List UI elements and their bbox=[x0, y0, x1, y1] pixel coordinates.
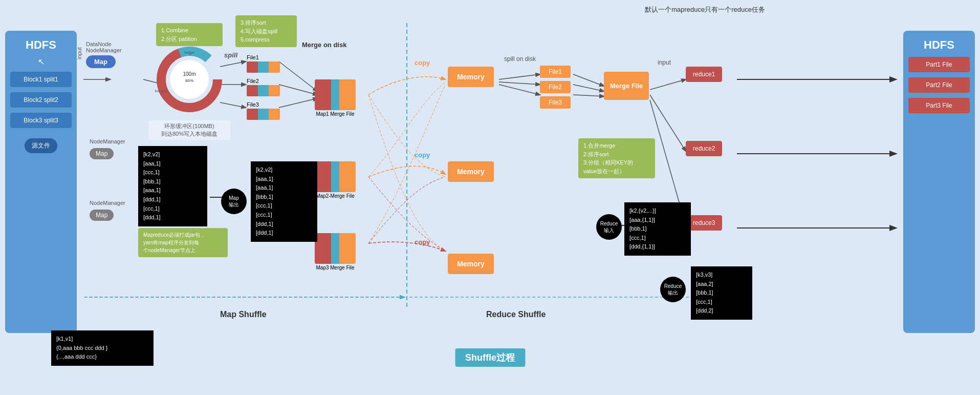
green-box-reduce: 1.合并merge 2.排序sort 3.分组（相同KEY的 value放在一起… bbox=[578, 138, 655, 178]
mapreduce-note: Mapreduce必须打成jar包， yarn将map程序分发到每 个nodeM… bbox=[138, 228, 228, 257]
reduce-shuffle-label: Reduce Shuffle bbox=[486, 310, 546, 319]
svg-line-10 bbox=[279, 85, 317, 95]
map1-button[interactable]: Map bbox=[86, 55, 116, 68]
memory-box3: Memory bbox=[448, 254, 494, 274]
map3-button[interactable]: Map bbox=[90, 210, 114, 221]
svg-text:live size: live size bbox=[155, 89, 168, 93]
map-shuffle-label: Map Shuffle bbox=[220, 310, 267, 319]
reduce2-button[interactable]: reduce2 bbox=[686, 141, 722, 156]
datanode3-label: NodeManager bbox=[90, 200, 125, 206]
copy-label2: copy bbox=[415, 151, 430, 159]
source-file-button[interactable]: 源文件 bbox=[25, 138, 57, 153]
svg-text:100m: 100m bbox=[183, 71, 195, 77]
right-file3: File3 bbox=[540, 96, 571, 109]
svg-line-14 bbox=[499, 85, 540, 95]
part3-file: Part3 File bbox=[908, 98, 970, 113]
map-output-badge: Map 输出 bbox=[221, 189, 247, 214]
input-label-right: input bbox=[658, 59, 671, 66]
reduce-output-badge: Reduce 输出 bbox=[660, 277, 686, 302]
merge-file-right: Merge File bbox=[604, 72, 649, 100]
cursor-icon: ↖ bbox=[38, 57, 45, 67]
top-note: 默认一个mapreduce只有一个reduce任务 bbox=[645, 5, 765, 14]
hdfs-left-panel: HDFS ↖ Block1 split1 Block2 split2 Block… bbox=[5, 31, 77, 333]
svg-line-13 bbox=[499, 82, 540, 85]
reduce-output-box: [k3,v3] [aaa,2] [bbb,1] [ccc,1] [ddd,2] bbox=[691, 266, 752, 320]
datanode1-area: DataNodeNodeManager Map input bbox=[86, 41, 122, 68]
ring-buffer-diagram: 100m 80% begin live size bbox=[151, 41, 228, 118]
svg-text:begin: begin bbox=[184, 50, 194, 55]
block2-split2: Block2 split2 bbox=[10, 92, 72, 108]
svg-text:80%: 80% bbox=[185, 78, 193, 83]
copy-label1: copy bbox=[415, 59, 430, 67]
map2-button[interactable]: Map bbox=[90, 148, 114, 159]
map3-merge-file: Map3 Merge File bbox=[315, 233, 356, 271]
datanode2-label: NodeManager bbox=[90, 138, 125, 144]
block3-split3: Block3 split3 bbox=[10, 113, 72, 128]
memory-box2: Memory bbox=[448, 161, 494, 182]
hdfs-right-panel: HDFS Part1 File Part2 File Part3 File bbox=[903, 31, 975, 333]
svg-line-9 bbox=[279, 61, 317, 91]
file1-left: File1 bbox=[247, 54, 280, 73]
memory-box1: Memory bbox=[448, 67, 494, 87]
spill-label: spill bbox=[224, 51, 237, 59]
map-output-box: [k2,v2] [aaa,1] [aaa,1] [bbb,1] [ccc,1] … bbox=[251, 161, 317, 242]
map1-merge-file: Map1 Merge File bbox=[315, 79, 356, 117]
source-file-box: [k1,v1] {0,aaa bbb ccc ddd } {...,aaa dd… bbox=[51, 330, 154, 366]
block1-split1: Block1 split1 bbox=[10, 72, 72, 87]
datanode2-area: NodeManager Map bbox=[90, 138, 125, 161]
green-box-sort: 3.排序sort 4.写入磁盘spill 5.compress bbox=[235, 15, 297, 47]
svg-line-18 bbox=[650, 79, 686, 90]
part2-file: Part2 File bbox=[908, 77, 970, 93]
merge-on-disk-label: Merge on disk bbox=[302, 41, 346, 49]
copy-label3: copy bbox=[415, 238, 430, 246]
map2-merge-file: Map2-Merge File bbox=[315, 161, 356, 199]
reduce-input-badge: Reduce 输入 bbox=[596, 214, 622, 240]
svg-line-19 bbox=[650, 95, 686, 151]
part1-file: Part1 File bbox=[908, 57, 970, 72]
datanode3-area: NodeManager Map bbox=[90, 200, 125, 222]
file3-left: File3 bbox=[247, 101, 280, 120]
right-file1: File1 bbox=[540, 66, 571, 78]
shuffle-title: Shuffle过程 bbox=[455, 348, 525, 367]
reduce1-button[interactable]: reduce1 bbox=[686, 67, 722, 82]
reduce-input-box: [k2,{v2,...}] [aaa,{1,1}] [bbb,1] [ccc,1… bbox=[624, 202, 691, 256]
svg-line-15 bbox=[573, 74, 604, 86]
green-box-combine: 1.Combine 2.分区 patition bbox=[156, 23, 223, 46]
file2-left: File2 bbox=[247, 78, 280, 96]
map-kv-box: [k2,v2] [aaa,1] [ccc,1] [bbb,1] [aaa,1] … bbox=[138, 146, 207, 226]
datanode1-label: DataNodeNodeManager bbox=[86, 41, 122, 53]
svg-line-11 bbox=[279, 98, 317, 108]
spill-on-disk-label: spill on disk bbox=[504, 55, 536, 63]
hdfs-left-title: HDFS bbox=[26, 38, 56, 52]
svg-line-12 bbox=[499, 74, 540, 79]
right-file2: File2 bbox=[540, 81, 571, 93]
ring-buffer-label: 环形缓冲区(100MB) 到达80%写入本地磁盘 bbox=[148, 120, 230, 140]
svg-line-17 bbox=[573, 95, 604, 96]
input-label1: input bbox=[76, 47, 82, 59]
svg-line-16 bbox=[573, 85, 604, 91]
hdfs-right-title: HDFS bbox=[924, 38, 954, 52]
main-container: HDFS ↖ Block1 split1 Block2 split2 Block… bbox=[0, 0, 980, 395]
reduce3-button[interactable]: reduce3 bbox=[686, 215, 722, 231]
